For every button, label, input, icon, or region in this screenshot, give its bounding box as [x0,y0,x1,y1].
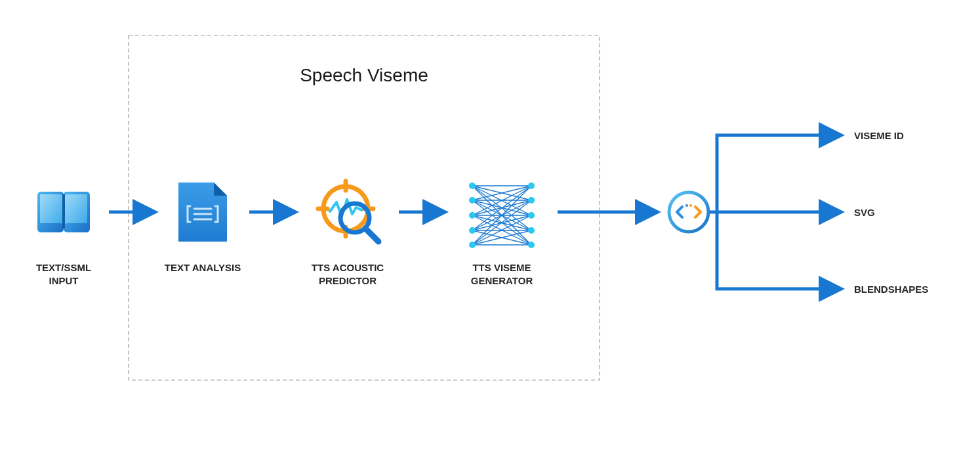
output-svg-label: SVG [854,207,875,218]
viseme-label-line2: GENERATOR [471,275,533,286]
arrow-output-blendshapes [717,212,840,289]
output-blendshapes-label: BLENDSHAPES [854,284,928,295]
acoustic-label-line2: PREDICTOR [319,275,377,286]
svg-point-48 [689,204,692,207]
analysis-label: TEXT ANALYSIS [165,262,241,273]
document-icon [178,183,227,242]
svg-line-10 [365,228,378,242]
code-circle-icon [669,192,708,232]
svg-point-45 [528,242,535,248]
viseme-label-line1: TTS VISEME [472,262,531,273]
svg-point-36 [469,183,476,189]
svg-point-43 [528,212,535,219]
acoustic-label-line1: TTS ACOUSTIC [312,262,384,273]
book-icon [37,192,90,232]
svg-point-40 [469,242,476,248]
svg-point-37 [469,197,476,204]
input-label-line2: INPUT [49,275,79,286]
svg-point-42 [528,197,535,204]
input-label-line1: TEXT/SSML [36,262,91,273]
output-viseme-id-label: VISEME ID [854,130,904,141]
neural-net-icon [469,183,535,248]
svg-point-41 [528,183,535,189]
svg-point-46 [669,192,708,232]
diagram-canvas: Speech Viseme TEXT/SSML INPUT TEXT ANALY… [0,0,980,451]
svg-point-38 [469,212,476,219]
svg-point-47 [685,204,688,207]
target-search-icon [318,181,378,242]
arrow-output-viseme-id [717,135,840,212]
svg-point-39 [469,227,476,234]
diagram-title: Speech Viseme [300,65,428,85]
svg-point-44 [528,227,535,234]
svg-rect-0 [62,194,65,228]
